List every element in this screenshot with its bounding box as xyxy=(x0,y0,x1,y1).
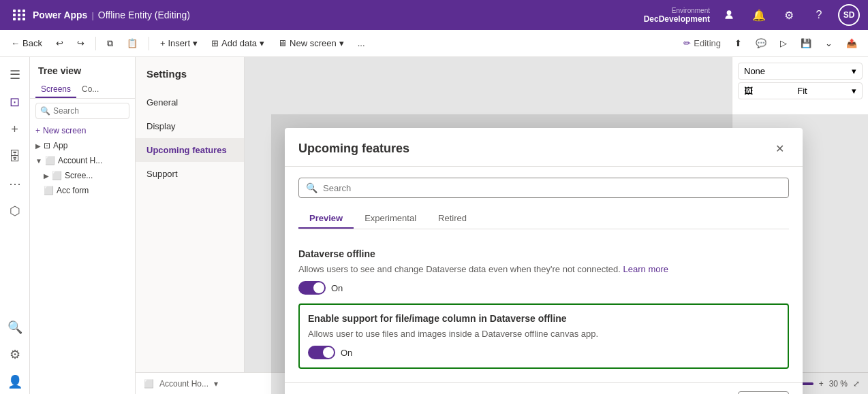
feature-search-box[interactable]: 🔍 xyxy=(298,178,789,198)
settings-panel: Settings General Display Upcoming featur… xyxy=(136,57,245,394)
feature-desc-1: Allows users to see and change Dataverse… xyxy=(298,263,789,276)
settings-upcoming[interactable]: Upcoming features xyxy=(136,138,244,162)
learn-more-link[interactable]: Learn more xyxy=(623,264,668,274)
search-nav-btn[interactable]: 🔍 xyxy=(3,315,27,340)
insert-chevron: ▾ xyxy=(193,38,198,48)
environment-info: Environment DecDevelopment xyxy=(644,7,710,24)
toggle-row-1: On xyxy=(298,281,789,295)
tree-panel: Tree view Screens Co... 🔍 + New screen ▶… xyxy=(30,57,136,394)
screen-icon: ⬜ xyxy=(45,156,55,165)
toolbar: ← Back ↩ ↪ ⧉ 📋 + Insert ▾ ⊞ Add data ▾ 🖥… xyxy=(0,30,868,57)
settings-support[interactable]: Support xyxy=(136,162,244,186)
tree-item-app[interactable]: ▶ ⊡ App xyxy=(30,138,135,153)
tree-search-input[interactable] xyxy=(53,106,125,116)
settings-dialog: Upcoming features ✕ 🔍 Preview Experiment… xyxy=(285,128,803,394)
media-icon-btn[interactable]: ⬡ xyxy=(3,199,27,223)
screen-label: Account Ho... xyxy=(159,379,208,389)
dataverse-offline-toggle[interactable] xyxy=(298,281,326,295)
dialog-body: 🔍 Preview Experimental Retired Dataverse… xyxy=(285,167,803,382)
new-screen-button[interactable]: 🖥 New screen ▾ xyxy=(273,35,350,51)
icon-bar: ☰ ⊡ + 🗄 ⋯ ⬡ 🔍 ⚙ 👤 xyxy=(0,57,30,394)
variables-icon-btn[interactable]: ⋯ xyxy=(3,171,27,196)
screen-sub-icon: ⬜ xyxy=(52,171,62,180)
app-title: Power Apps xyxy=(33,10,87,20)
tab-components[interactable]: Co... xyxy=(76,82,104,98)
insert-button[interactable]: + Insert ▾ xyxy=(155,35,203,51)
tree-search-icon: 🔍 xyxy=(40,106,50,116)
top-bar-right: Environment DecDevelopment 🔔 ⚙ ? SD xyxy=(644,4,860,26)
new-screen-icon: 🖥 xyxy=(278,38,287,48)
fit-dropdown[interactable]: 🖼 Fit ▾ xyxy=(738,82,863,99)
feature-desc-2: Allows user to use files and images insi… xyxy=(308,328,779,340)
settings-title: Settings xyxy=(136,68,244,91)
paste-button[interactable]: 📋 xyxy=(121,35,143,51)
settings-general[interactable]: General xyxy=(136,91,244,114)
toggle-label-1: On xyxy=(331,283,343,293)
expand-icon-3: ▶ xyxy=(44,172,49,180)
tab-experimental[interactable]: Experimental xyxy=(354,209,427,229)
profile-nav-btn[interactable]: 👤 xyxy=(3,370,27,394)
screen-icon-bottom: ⬜ xyxy=(144,379,154,389)
tree-item-account[interactable]: ▼ ⬜ Account H... xyxy=(30,153,135,168)
settings-button[interactable]: ⚙ xyxy=(778,4,800,26)
redo-button[interactable]: ↪ xyxy=(72,35,90,51)
expand-icon: ▶ xyxy=(35,142,41,150)
content-wrapper: Settings General Display Upcoming featur… xyxy=(136,57,868,394)
add-data-chevron: ▾ xyxy=(260,38,264,48)
data-icon-btn[interactable]: 🗄 xyxy=(3,144,27,169)
dialog-close-x-button[interactable]: ✕ xyxy=(770,139,789,158)
none-chevron: ▾ xyxy=(852,66,856,76)
table-icon: ⊞ xyxy=(211,38,219,48)
new-screen-plus-icon: + xyxy=(35,126,40,135)
new-screen-tree-btn[interactable]: + New screen xyxy=(30,123,135,138)
toggle-knob-1 xyxy=(313,282,324,293)
close-dialog-button[interactable]: Close xyxy=(738,391,789,394)
copy-button[interactable]: ⧉ xyxy=(102,35,119,52)
file-name: Offline Entity (Editing) xyxy=(98,10,190,20)
none-dropdown[interactable]: None ▾ xyxy=(738,63,863,80)
toggle-row-2: On xyxy=(308,346,779,359)
help-button[interactable]: ? xyxy=(808,4,830,26)
tree-title: Tree view xyxy=(30,63,135,82)
home-icon-btn[interactable]: ☰ xyxy=(3,63,27,87)
tab-preview[interactable]: Preview xyxy=(298,209,354,229)
tab-screens[interactable]: Screens xyxy=(35,82,76,98)
tree-search-box[interactable]: 🔍 xyxy=(35,103,129,119)
tree-item-accform[interactable]: ⬜ Acc form xyxy=(30,183,135,198)
grid-menu-button[interactable] xyxy=(8,4,30,26)
tab-retired[interactable]: Retired xyxy=(427,209,478,229)
share-button[interactable]: ⬆ xyxy=(729,35,747,51)
settings-nav-btn[interactable]: ⚙ xyxy=(3,342,27,367)
fit-label: Fit xyxy=(797,86,807,96)
co-author-button[interactable] xyxy=(718,4,740,26)
comment-button[interactable]: 💬 xyxy=(750,35,772,51)
none-label: None xyxy=(744,66,765,76)
undo-button[interactable]: ↩ xyxy=(50,35,69,51)
tree-item-screen[interactable]: ▶ ⬜ Scree... xyxy=(30,168,135,183)
back-icon: ← xyxy=(11,38,20,48)
app-icon: ⊡ xyxy=(44,141,50,150)
settings-display[interactable]: Display xyxy=(136,114,244,138)
notification-button[interactable]: 🔔 xyxy=(748,4,770,26)
toggle-knob-2 xyxy=(323,347,334,358)
add-data-button[interactable]: ⊞ Add data ▾ xyxy=(206,35,270,51)
feature-search-input[interactable] xyxy=(323,183,781,193)
grid-icon xyxy=(13,10,26,20)
avatar[interactable]: SD xyxy=(838,4,860,26)
save-button[interactable]: 💾 xyxy=(795,35,817,51)
publish-button[interactable]: 📤 xyxy=(841,35,863,51)
more-button[interactable]: ... xyxy=(352,35,371,51)
play-button[interactable]: ▷ xyxy=(775,35,792,51)
feature-tabs: Preview Experimental Retired xyxy=(298,209,789,229)
toggle-label-2: On xyxy=(341,348,352,358)
dialog-footer: Close xyxy=(285,382,803,394)
screens-icon-btn[interactable]: ⊡ xyxy=(3,90,27,114)
fit-chevron: ▾ xyxy=(852,86,856,96)
title-separator: | xyxy=(91,10,93,20)
file-image-toggle[interactable] xyxy=(308,346,335,359)
toolbar-more-button[interactable]: ⌄ xyxy=(820,35,838,51)
insert-icon-btn[interactable]: + xyxy=(3,117,27,142)
toolbar-separator-1 xyxy=(95,37,96,50)
top-bar: Power Apps | Offline Entity (Editing) En… xyxy=(0,0,868,30)
back-button[interactable]: ← Back xyxy=(5,35,48,51)
